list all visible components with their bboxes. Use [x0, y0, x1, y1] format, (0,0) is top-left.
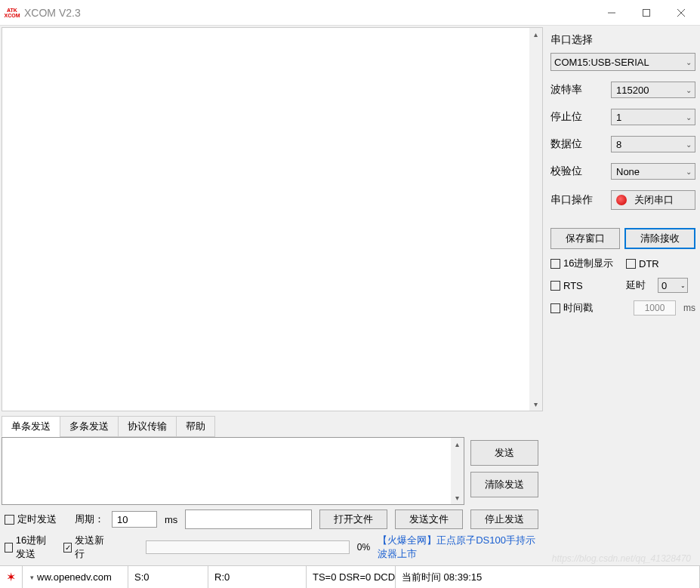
clear-send-button[interactable]: 清除发送 — [470, 472, 538, 497]
progress-percent: 0% — [357, 542, 370, 553]
chevron-down-icon: ⌄ — [686, 86, 692, 94]
baud-select[interactable]: 115200⌄ — [611, 82, 695, 98]
status-time: 当前时间 08:39:15 — [396, 566, 700, 588]
titlebar: ATKXCOM XCOM V2.3 — [0, 0, 700, 26]
parity-label: 校验位 — [550, 165, 611, 178]
tab-multi-send[interactable]: 多条发送 — [60, 416, 119, 437]
send-tabs: 单条发送 多条发送 协议传输 帮助 — [2, 416, 543, 437]
send-scrollbar[interactable]: ▴ ▾ — [451, 438, 464, 504]
clear-receive-button[interactable]: 清除接收 — [624, 228, 695, 249]
stopbits-select[interactable]: 1⌄ — [611, 109, 695, 125]
port-section-label: 串口选择 — [550, 33, 695, 47]
chevron-down-icon: ⌄ — [680, 282, 686, 289]
tab-protocol[interactable]: 协议传输 — [118, 416, 177, 437]
gear-icon[interactable]: ✶ — [6, 570, 16, 584]
app-logo-icon: ATKXCOM — [5, 5, 20, 20]
delay-label: 延时 — [626, 279, 653, 292]
scroll-down-icon[interactable]: ▾ — [451, 491, 464, 504]
scroll-up-icon[interactable]: ▴ — [451, 438, 464, 451]
window-title: XCOM V2.3 — [24, 7, 594, 19]
timestamp-checkbox[interactable]: 时间戳 — [550, 301, 604, 315]
receive-textarea[interactable]: ▴ ▾ — [2, 27, 543, 411]
status-received: R:0 — [208, 566, 307, 588]
timestamp-unit: ms — [683, 303, 695, 313]
timed-send-label: 定时发送 — [17, 513, 57, 526]
status-sent: S:0 — [128, 566, 208, 588]
tab-help[interactable]: 帮助 — [176, 416, 215, 437]
send-button[interactable]: 发送 — [470, 440, 538, 466]
hex-send-label: 16进制发送 — [16, 534, 56, 561]
status-url-dropdown[interactable]: ▾ww.openedv.com — [23, 566, 128, 588]
chevron-down-icon: ⌄ — [686, 113, 692, 122]
close-button[interactable] — [664, 1, 698, 25]
hex-display-checkbox[interactable]: 16进制显示 — [550, 257, 621, 270]
scroll-down-icon[interactable]: ▾ — [529, 398, 542, 411]
op-label: 串口操作 — [550, 193, 611, 207]
maximize-button[interactable] — [629, 1, 664, 25]
serial-settings-panel: 串口选择 COM15:USB-SERIAL⌄ 波特率115200⌄ 停止位1⌄ … — [543, 26, 700, 565]
hex-send-checkbox[interactable]: 16进制发送 — [5, 534, 56, 561]
stop-label: 停止位 — [550, 110, 611, 124]
port-operation-button[interactable]: 关闭串口 — [611, 190, 695, 210]
period-unit: ms — [165, 514, 177, 525]
send-newline-checkbox[interactable]: 发送新行 — [63, 534, 106, 561]
data-label: 数据位 — [550, 137, 611, 151]
send-progress-bar — [146, 540, 350, 554]
timestamp-input[interactable] — [634, 300, 676, 316]
save-window-button[interactable]: 保存窗口 — [550, 228, 620, 249]
status-bar: ✶ ▾ww.openedv.com S:0 R:0 TS=0 DSR=0 DCD… — [0, 565, 700, 588]
minimize-button[interactable] — [594, 1, 629, 25]
delay-select[interactable]: 0⌄ — [658, 278, 688, 293]
send-textarea[interactable]: ▴ ▾ — [2, 437, 464, 505]
timed-send-checkbox[interactable]: 定时发送 — [5, 513, 57, 526]
receive-scrollbar[interactable]: ▴ ▾ — [529, 28, 542, 411]
period-label: 周期： — [75, 513, 104, 526]
dtr-checkbox[interactable]: DTR — [626, 258, 659, 269]
scroll-up-icon[interactable]: ▴ — [529, 28, 542, 41]
chevron-down-icon: ⌄ — [686, 140, 692, 149]
file-path-input[interactable] — [185, 509, 312, 529]
baud-label: 波特率 — [550, 83, 611, 97]
status-signals: TS=0 DSR=0 DCD= — [307, 566, 396, 588]
parity-select[interactable]: None⌄ — [611, 163, 695, 180]
chevron-down-icon: ⌄ — [686, 58, 692, 66]
send-newline-label: 发送新行 — [75, 534, 106, 561]
databits-select[interactable]: 8⌄ — [611, 136, 695, 152]
port-status-icon — [616, 195, 627, 205]
svg-rect-1 — [643, 9, 650, 16]
promo-link[interactable]: 【火爆全网】正点原子DS100手持示波器上市 — [378, 534, 538, 561]
rts-checkbox[interactable]: RTS — [550, 280, 621, 291]
port-select[interactable]: COM15:USB-SERIAL⌄ — [550, 53, 695, 71]
tab-single-send[interactable]: 单条发送 — [2, 416, 60, 437]
period-input[interactable] — [112, 511, 157, 528]
chevron-down-icon: ⌄ — [686, 168, 692, 176]
send-file-button[interactable]: 发送文件 — [395, 509, 463, 529]
open-file-button[interactable]: 打开文件 — [319, 509, 387, 529]
stop-send-button[interactable]: 停止发送 — [470, 509, 538, 529]
